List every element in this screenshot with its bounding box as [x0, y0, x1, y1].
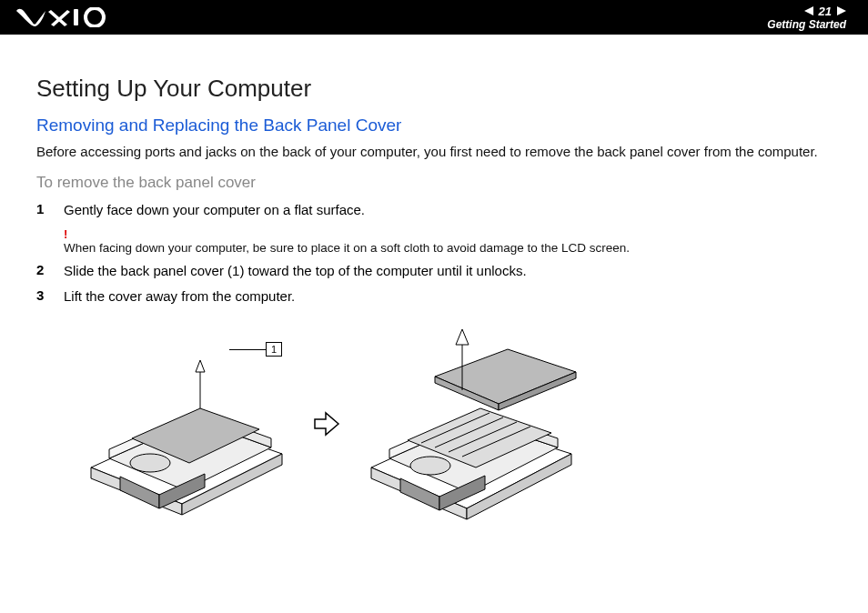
caution-icon: !	[64, 227, 832, 241]
step-number: 3	[36, 287, 47, 303]
page-number: 21	[819, 5, 832, 18]
caution-text: When facing down your computer, be sure …	[64, 241, 832, 255]
intro-paragraph: Before accessing ports and jacks on the …	[36, 143, 832, 161]
page-title: Setting Up Your Computer	[36, 75, 832, 103]
section-name: Getting Started	[767, 18, 846, 31]
figure-area: 1	[36, 322, 832, 526]
svg-marker-10	[196, 360, 205, 372]
svg-point-1	[86, 8, 104, 26]
step-text: Lift the cover away from the computer.	[64, 287, 295, 306]
caution-note: ! When facing down your computer, be sur…	[64, 227, 832, 255]
callout-label: 1	[266, 342, 282, 357]
transition-arrow-icon	[313, 411, 340, 437]
svg-point-11	[130, 454, 170, 472]
svg-marker-14	[315, 413, 338, 435]
step-number: 2	[36, 262, 47, 277]
callout-line	[229, 349, 266, 350]
next-page-arrow-icon[interactable]	[837, 6, 846, 15]
figure-after	[353, 322, 599, 526]
step-text: Slide the back panel cover (1) toward th…	[64, 262, 527, 280]
step-item: 1 Gently face down your computer on a fl…	[36, 201, 832, 219]
svg-rect-0	[74, 9, 78, 25]
step-text: Gently face down your computer on a flat…	[64, 201, 365, 219]
svg-point-31	[410, 457, 450, 475]
vaio-logo	[16, 7, 107, 27]
step-number: 1	[36, 201, 47, 216]
header-bar: 21 Getting Started	[0, 0, 868, 35]
step-item: 2 Slide the back panel cover (1) toward …	[36, 262, 832, 280]
header-right: 21 Getting Started	[767, 5, 846, 31]
step-item: 3 Lift the cover away from the computer.	[36, 287, 832, 306]
steps-list: 1 Gently face down your computer on a fl…	[36, 201, 832, 306]
page-nav: 21	[804, 5, 846, 18]
figure-before: 1	[73, 322, 300, 526]
procedure-heading: To remove the back panel cover	[36, 174, 832, 192]
svg-marker-26	[435, 349, 576, 404]
page-content: Setting Up Your Computer Removing and Re…	[0, 35, 868, 535]
prev-page-arrow-icon[interactable]	[804, 6, 813, 15]
page-subtitle: Removing and Replacing the Back Panel Co…	[36, 116, 832, 136]
svg-marker-30	[456, 329, 469, 345]
